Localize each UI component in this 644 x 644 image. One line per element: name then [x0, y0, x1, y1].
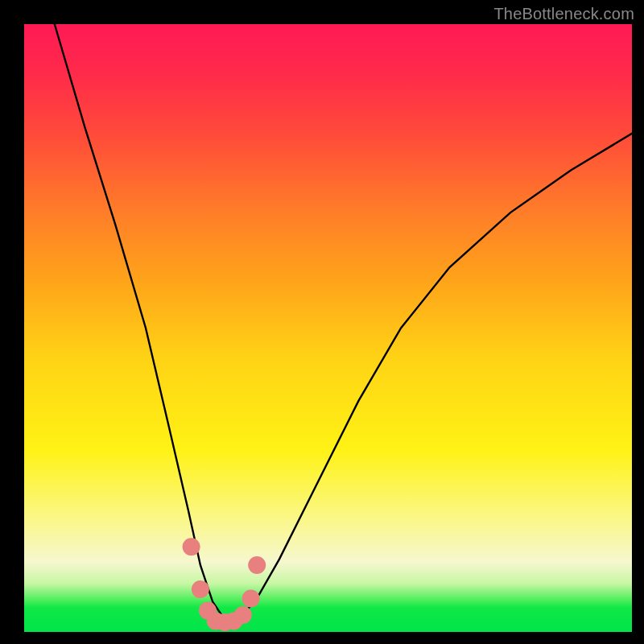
- plot-area: [24, 24, 632, 632]
- marker-point: [234, 606, 252, 624]
- marker-point: [242, 590, 260, 608]
- marker-point: [183, 538, 200, 555]
- curve-layer: [24, 24, 632, 632]
- chart-frame: TheBottleneck.com: [0, 0, 644, 644]
- watermark-label: TheBottleneck.com: [493, 5, 634, 23]
- bottleneck-curve: [55, 24, 632, 620]
- marker-group: [183, 538, 266, 631]
- marker-point: [192, 580, 209, 598]
- marker-point: [248, 556, 266, 574]
